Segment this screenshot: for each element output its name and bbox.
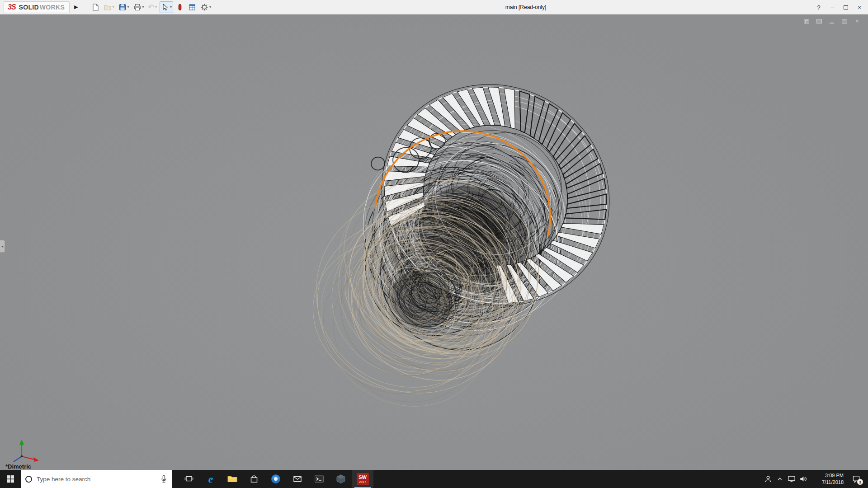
- appearances-icon: [176, 3, 184, 11]
- triad-origin: [21, 455, 23, 457]
- ds-logo-icon: 3S: [8, 3, 16, 11]
- round-app-button[interactable]: [265, 470, 287, 488]
- gear-icon: [200, 3, 208, 11]
- cortana-icon: [25, 476, 32, 483]
- windows-taskbar: e: [0, 470, 868, 488]
- solidworks-logo: 3S SOLID WORKS: [4, 1, 70, 13]
- cascade-window-button[interactable]: [816, 18, 823, 24]
- document-window-controls: ×: [803, 18, 861, 24]
- people-button[interactable]: [762, 470, 774, 488]
- doc-restore-icon: [842, 19, 847, 23]
- new-document-icon: [91, 3, 99, 11]
- doc-minimize-button[interactable]: [828, 18, 835, 24]
- orientation-triad: [4, 430, 47, 463]
- design-table-button[interactable]: [187, 1, 198, 13]
- open-dropdown-icon[interactable]: ▾: [113, 5, 114, 9]
- new-window-button[interactable]: [803, 18, 810, 24]
- taskbar-clock[interactable]: 3:09 PM 7/11/2018: [812, 472, 844, 486]
- network-display-icon: [787, 474, 796, 483]
- start-button[interactable]: [0, 470, 21, 488]
- new-document-button[interactable]: [90, 1, 101, 13]
- appearances-button[interactable]: [175, 1, 185, 13]
- mail-button[interactable]: [287, 470, 308, 488]
- task-view-button[interactable]: [178, 470, 200, 488]
- command-prompt-icon: [314, 474, 325, 484]
- save-dropdown-icon[interactable]: ▾: [127, 5, 129, 9]
- system-tray: 3:09 PM 7/11/2018 3: [762, 470, 868, 488]
- window-title: main [Read-only]: [505, 4, 547, 10]
- y-axis-arrow-icon: [19, 440, 24, 445]
- mail-icon: [292, 474, 302, 484]
- notification-badge: 3: [857, 479, 863, 485]
- edge-icon: e: [208, 473, 213, 485]
- minimize-button[interactable]: –: [826, 0, 839, 14]
- volume-button[interactable]: [797, 470, 809, 488]
- quick-access-toolbar: ▾ ▾ ▾ ↶ ▾ ▾: [90, 1, 213, 13]
- solidworks-taskbar-button[interactable]: SW 2017: [352, 470, 373, 488]
- cascade-icon: [816, 19, 822, 23]
- close-button[interactable]: ×: [853, 0, 866, 14]
- engine-wireframe-model: [0, 14, 868, 470]
- speaker-icon: [799, 474, 808, 483]
- menu-expand-arrow-icon[interactable]: ▶: [74, 4, 78, 10]
- store-button[interactable]: [243, 470, 265, 488]
- clock-time: 3:09 PM: [812, 472, 844, 479]
- save-icon: [118, 3, 127, 11]
- new-window-icon: [804, 19, 809, 23]
- print-icon: [133, 3, 142, 11]
- tray-overflow-button[interactable]: [774, 470, 786, 488]
- brand-works: WORKS: [40, 4, 65, 11]
- undo-icon: ↶: [148, 4, 154, 11]
- select-dropdown-icon[interactable]: ▾: [170, 5, 172, 9]
- round-app-icon: [270, 474, 281, 484]
- command-prompt-button[interactable]: [308, 470, 330, 488]
- network-button[interactable]: [786, 470, 797, 488]
- doc-close-button[interactable]: ×: [854, 18, 861, 24]
- x-axis: [22, 456, 34, 460]
- select-button[interactable]: ▾: [160, 1, 173, 13]
- open-button[interactable]: ▾: [102, 1, 116, 13]
- restore-button[interactable]: [839, 0, 853, 14]
- search-input[interactable]: [37, 476, 159, 483]
- microphone-icon[interactable]: [159, 474, 168, 483]
- action-center-button[interactable]: 3: [847, 470, 865, 488]
- edge-button[interactable]: e: [200, 470, 222, 488]
- cube-app-icon: [335, 474, 346, 484]
- solidworks-2017-icon: SW 2017: [357, 473, 369, 485]
- store-bag-icon: [249, 474, 259, 484]
- doc-minimize-icon: [830, 23, 834, 23]
- save-button[interactable]: ▾: [117, 1, 131, 13]
- task-view-icon: [184, 474, 194, 484]
- print-button[interactable]: ▾: [132, 1, 146, 13]
- clock-date: 7/11/2018: [812, 479, 844, 486]
- app-titlebar: 3S SOLID WORKS ▶ ▾ ▾: [0, 0, 868, 14]
- open-folder-icon: [104, 3, 112, 11]
- undo-dropdown-icon[interactable]: ▾: [155, 5, 157, 9]
- options-button[interactable]: ▾: [199, 1, 212, 13]
- print-dropdown-icon[interactable]: ▾: [142, 5, 144, 9]
- z-axis: [14, 456, 22, 462]
- file-explorer-button[interactable]: [222, 470, 243, 488]
- taskbar-search[interactable]: [21, 470, 172, 488]
- file-explorer-icon: [227, 474, 238, 484]
- window-controls: ? – ×: [812, 0, 866, 14]
- doc-restore-button[interactable]: [841, 18, 848, 24]
- options-dropdown-icon[interactable]: ▾: [209, 5, 211, 9]
- person-icon: [764, 474, 773, 483]
- help-button[interactable]: ?: [812, 0, 826, 14]
- view-orientation-label: *Dimetric: [5, 463, 31, 470]
- windows-logo-icon: [6, 475, 14, 483]
- undo-button[interactable]: ↶ ▾: [147, 1, 158, 13]
- chevron-up-icon: [776, 475, 784, 483]
- design-table-icon: [188, 3, 196, 11]
- cube-app-button[interactable]: [330, 470, 352, 488]
- x-axis-arrow-icon: [33, 457, 39, 462]
- feature-panel-collapse-tab[interactable]: ◂: [0, 240, 5, 253]
- select-cursor-icon: [161, 3, 169, 11]
- brand-solid: SOLID: [19, 4, 39, 11]
- graphics-viewport[interactable]: × ◂ *Dimetric: [0, 14, 868, 470]
- restore-icon: [844, 5, 848, 9]
